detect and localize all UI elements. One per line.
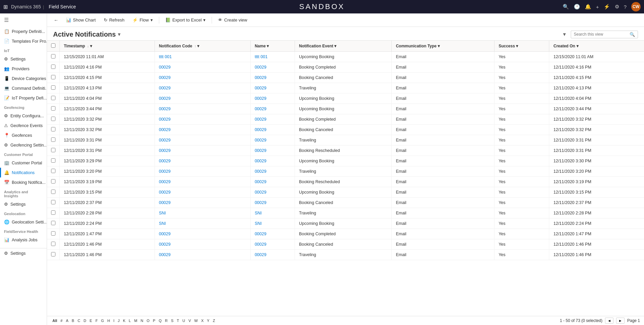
alpha-r[interactable]: R [164, 318, 169, 323]
alpha-v[interactable]: V [187, 318, 192, 323]
alpha-l[interactable]: L [127, 318, 132, 323]
row-notification-code[interactable]: 00029 [155, 135, 250, 146]
row-checkbox-cell[interactable] [47, 104, 60, 114]
sidebar-item-providers[interactable]: 👥 Providers [0, 64, 47, 74]
sidebar-item-customer-portal[interactable]: 🏢 Customer Portal [0, 158, 47, 168]
next-page-button[interactable]: ► [616, 318, 625, 324]
row-checkbox[interactable] [51, 221, 55, 225]
row-checkbox[interactable] [51, 190, 55, 194]
export-to-excel-button[interactable]: 📗 Export to Excel ▾ [162, 16, 209, 24]
alpha-all[interactable]: All [51, 318, 58, 323]
alpha-k[interactable]: K [122, 318, 127, 323]
row-checkbox-cell[interactable] [47, 93, 60, 104]
row-checkbox-cell[interactable] [47, 52, 60, 62]
row-name[interactable]: tttt 001 [251, 52, 295, 62]
alpha-p[interactable]: P [152, 318, 157, 323]
row-name[interactable]: 00029 [251, 114, 295, 125]
row-notification-code[interactable]: 00029 [155, 198, 250, 208]
row-name[interactable]: 00029 [251, 83, 295, 93]
row-checkbox[interactable] [51, 96, 55, 100]
row-checkbox-cell[interactable] [47, 62, 60, 73]
sidebar-item-analysis-jobs[interactable]: 📊 Analysis Jobs [0, 235, 47, 245]
row-checkbox-cell[interactable] [47, 114, 60, 125]
row-checkbox[interactable] [51, 242, 55, 246]
row-checkbox[interactable] [51, 200, 55, 204]
row-notification-code[interactable]: 00029 [155, 177, 250, 187]
row-checkbox[interactable] [51, 127, 55, 131]
select-all-checkbox[interactable] [51, 43, 55, 48]
alpha-n[interactable]: N [139, 318, 145, 323]
recent-icon[interactable]: 🕐 [574, 4, 580, 10]
alpha-t[interactable]: T [175, 318, 180, 323]
row-checkbox[interactable] [51, 252, 55, 256]
col-notification-event[interactable]: Notification Event ▾ [295, 41, 392, 52]
row-checkbox-cell[interactable] [47, 146, 60, 156]
row-notification-code[interactable]: 00029 [155, 156, 250, 166]
prev-page-button[interactable]: ◄ [605, 318, 613, 324]
row-checkbox[interactable] [51, 137, 55, 142]
row-notification-code[interactable]: 00029 [155, 62, 250, 73]
row-checkbox-cell[interactable] [47, 229, 60, 239]
row-checkbox-cell[interactable] [47, 73, 60, 83]
row-name[interactable]: 00029 [251, 156, 295, 166]
row-checkbox[interactable] [51, 85, 55, 90]
row-notification-code[interactable]: 00029 [155, 187, 250, 198]
row-name[interactable]: 00029 [251, 62, 295, 73]
add-icon[interactable]: + [596, 4, 599, 10]
col-created-on[interactable]: Created On ▾ [549, 41, 644, 52]
row-name[interactable]: 00029 [251, 198, 295, 208]
row-notification-code[interactable]: SNI [155, 208, 250, 218]
row-name[interactable]: 00029 [251, 93, 295, 104]
notifications-bell-icon[interactable]: 🔔 [585, 4, 591, 10]
row-checkbox[interactable] [51, 54, 55, 58]
search-icon-btn[interactable]: 🔍 [630, 32, 635, 37]
apps-icon[interactable]: ⊞ [3, 4, 8, 10]
col-communication-type[interactable]: Communication Type ▾ [392, 41, 495, 52]
row-checkbox[interactable] [51, 231, 55, 236]
flow-button[interactable]: ⚡ Flow ▾ [129, 16, 156, 24]
col-timestamp[interactable]: Timestamp ↓ ▾ [60, 41, 155, 52]
filter-header-icon[interactable]: ⚡ [604, 4, 610, 10]
hamburger-icon[interactable]: ☰ [0, 13, 47, 27]
sidebar-item-command-def[interactable]: 💻 Command Definiti... [0, 83, 47, 93]
view-title-chevron-icon[interactable]: ▾ [118, 32, 120, 37]
sidebar-item-geofences[interactable]: 📍 Geofences [0, 130, 47, 140]
avatar[interactable]: CW [631, 2, 641, 11]
alpha-y[interactable]: Y [206, 318, 211, 323]
row-checkbox-cell[interactable] [47, 125, 60, 135]
row-name[interactable]: SNI [251, 208, 295, 218]
row-checkbox-cell[interactable] [47, 135, 60, 146]
refresh-button[interactable]: ↻ Refresh [100, 16, 128, 24]
row-notification-code[interactable]: 00029 [155, 250, 250, 260]
select-all-header[interactable] [47, 41, 60, 52]
row-notification-code[interactable]: 00029 [155, 83, 250, 93]
sidebar-item-iot-property-def[interactable]: 📝 IoT Property Defi... [0, 93, 47, 103]
row-name[interactable]: 00029 [251, 73, 295, 83]
row-checkbox-cell[interactable] [47, 156, 60, 166]
row-checkbox[interactable] [51, 210, 55, 215]
sidebar-item-device-categories[interactable]: 📱 Device Categories [0, 74, 47, 83]
alpha-hash[interactable]: # [59, 318, 64, 323]
col-name[interactable]: Name ▾ [251, 41, 295, 52]
sidebar-item-notifications[interactable]: 🔔 Notifications [0, 168, 47, 177]
search-icon[interactable]: 🔍 [563, 4, 569, 10]
row-checkbox[interactable] [51, 117, 55, 121]
col-success[interactable]: Success ▾ [495, 41, 549, 52]
row-notification-code[interactable]: 00029 [155, 166, 250, 177]
alpha-a[interactable]: A [65, 318, 70, 323]
row-checkbox-cell[interactable] [47, 218, 60, 229]
row-name[interactable]: 00029 [251, 229, 295, 239]
row-checkbox[interactable] [51, 148, 55, 152]
alpha-j[interactable]: J [116, 318, 121, 323]
row-checkbox[interactable] [51, 106, 55, 111]
row-checkbox-cell[interactable] [47, 208, 60, 218]
alpha-o[interactable]: O [145, 318, 151, 323]
row-name[interactable]: 00029 [251, 166, 295, 177]
row-checkbox-cell[interactable] [47, 187, 60, 198]
row-name[interactable]: 00029 [251, 104, 295, 114]
col-notification-code[interactable]: Notification Code ↑ ▾ [155, 41, 250, 52]
row-notification-code[interactable]: 00029 [155, 93, 250, 104]
row-checkbox-cell[interactable] [47, 177, 60, 187]
back-button[interactable]: ← [51, 16, 61, 25]
alpha-w[interactable]: W [193, 318, 199, 323]
